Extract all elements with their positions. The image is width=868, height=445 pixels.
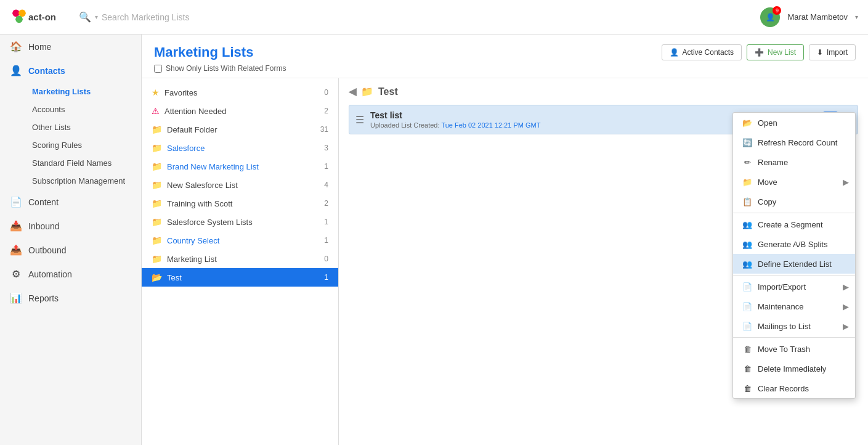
svg-text:act-on: act-on (28, 12, 56, 22)
sidebar-item-inbound[interactable]: 📥 Inbound (0, 214, 141, 238)
sidebar-item-reports[interactable]: 📊 Reports (0, 286, 141, 310)
avatar-badge: 9 (773, 6, 781, 15)
define-extended-icon: 👥 (742, 258, 753, 269)
ctx-item-move-to-trash[interactable]: 🗑 Move To Trash (733, 339, 855, 359)
ctx-item-refresh-record-count[interactable]: 🔄 Refresh Record Count (733, 133, 855, 152)
marketing-list-label: Marketing List (167, 255, 217, 264)
search-icon: 🔍 (79, 11, 91, 23)
sidebar-item-home-label: Home (28, 42, 51, 52)
ctx-separator-3 (733, 337, 855, 338)
main-content: Marketing Lists Show Only Lists With Rel… (142, 35, 868, 445)
sidebar: 🏠 Home 👤 Contacts Marketing Lists Accoun… (0, 35, 142, 445)
folder-header: ◀ 📁 Test (349, 86, 858, 97)
default-folder-count: 31 (316, 125, 328, 134)
list-item-sub-date: Tue Feb 02 2021 12:21 PM GMT (441, 121, 540, 129)
ctx-mailings-label: Mailings to List (758, 322, 811, 331)
list-item-attention[interactable]: ⚠ Attention Needed 2 (142, 102, 338, 120)
ctx-delete-immediately-label: Delete Immediately (758, 364, 826, 374)
ctx-item-generate-ab[interactable]: 👥 Generate A/B Splits (733, 234, 855, 254)
test-count: 1 (316, 273, 328, 282)
sidebar-item-home[interactable]: 🏠 Home (0, 35, 141, 59)
user-name[interactable]: Marat Mambetov (787, 12, 848, 22)
salesforce-count: 3 (316, 144, 328, 152)
folder-header-name: Test (378, 86, 398, 97)
ctx-item-import-export[interactable]: 📄 Import/Export ▶ (733, 277, 855, 296)
user-dropdown-arrow-icon[interactable]: ▾ (855, 14, 858, 20)
home-icon: 🏠 (10, 41, 22, 52)
ctx-item-delete-immediately[interactable]: 🗑 Delete Immediately (733, 359, 855, 378)
logo[interactable]: act-on (10, 6, 71, 28)
list-item-country-select[interactable]: 📁 Country Select 1 (142, 231, 338, 250)
folder-icon: 📁 (152, 235, 162, 245)
ctx-item-mailings-to-list[interactable]: 📄 Mailings to List ▶ (733, 316, 855, 336)
ctx-move-label: Move (758, 178, 777, 187)
top-right-area: 👤 9 Marat Mambetov ▾ (760, 7, 858, 27)
active-contacts-button[interactable]: 👤 Active Contacts (662, 44, 742, 60)
folder-icon: 📁 (152, 180, 162, 190)
avatar[interactable]: 👤 9 (760, 7, 780, 27)
list-item-test[interactable]: 📂 Test 1 (142, 268, 338, 287)
attention-count: 2 (316, 107, 328, 115)
import-icon: ⬇ (817, 48, 823, 57)
ctx-item-open[interactable]: 📂 Open (733, 113, 855, 133)
mailings-icon: 📄 (742, 320, 753, 332)
page-title-area: Marketing Lists Show Only Lists With Rel… (154, 44, 286, 73)
import-button[interactable]: ⬇ Import (809, 44, 856, 60)
brand-new-count: 1 (316, 162, 328, 171)
sidebar-item-automation-label: Automation (28, 269, 72, 279)
plus-icon: ➕ (755, 48, 764, 57)
new-list-button[interactable]: ➕ New List (747, 44, 804, 60)
list-item-default-folder[interactable]: 📁 Default Folder 31 (142, 120, 338, 139)
sidebar-sub-other-lists[interactable]: Other Lists (22, 118, 141, 136)
list-item-favorites[interactable]: ★ Favorites 0 (142, 83, 338, 102)
accounts-label: Accounts (32, 105, 65, 114)
open-folder-icon: 📂 (152, 272, 162, 282)
ctx-import-export-label: Import/Export (758, 282, 806, 292)
sidebar-item-content[interactable]: 📄 Content (0, 190, 141, 214)
top-nav: act-on 🔍 ▾ Search Marketing Lists 👤 9 Ma… (0, 0, 868, 35)
open-icon: 📂 (742, 117, 753, 128)
ctx-item-define-extended[interactable]: 👥 Define Extended List (733, 254, 855, 274)
sidebar-sub-standard-field-names[interactable]: Standard Field Names (22, 154, 141, 172)
ctx-item-maintenance[interactable]: 📄 Maintenance ▶ (733, 296, 855, 316)
search-bar[interactable]: 🔍 ▾ Search Marketing Lists (79, 11, 753, 23)
ctx-item-move[interactable]: 📁 Move ▶ (733, 172, 855, 192)
sidebar-item-automation[interactable]: ⚙ Automation (0, 262, 141, 286)
folder-icon: 📁 (152, 143, 162, 153)
list-item-brand-new[interactable]: 📁 Brand New Marketing List 1 (142, 157, 338, 176)
list-item-training[interactable]: 📁 Training with Scott 2 (142, 194, 338, 213)
list-item-new-salesforce[interactable]: 📁 New Salesforce List 4 (142, 176, 338, 194)
show-only-checkbox[interactable] (154, 65, 162, 73)
list-item-salesforce-system[interactable]: 📁 Salesforce System Lists 1 (142, 213, 338, 231)
svg-point-0 (12, 9, 20, 17)
training-count: 2 (316, 199, 328, 208)
ctx-item-rename[interactable]: ✏ Rename (733, 152, 855, 172)
ctx-item-create-segment[interactable]: 👥 Create a Segment (733, 214, 855, 234)
list-item-salesforce[interactable]: 📁 Salesforce 3 (142, 139, 338, 157)
country-select-count: 1 (316, 236, 328, 245)
ctx-item-clear-records[interactable]: 🗑 Clear Records (733, 378, 855, 398)
sidebar-item-outbound[interactable]: 📤 Outbound (0, 238, 141, 262)
maintenance-icon: 📄 (742, 301, 753, 312)
ctx-clear-records-label: Clear Records (758, 384, 809, 393)
active-contacts-icon: 👤 (670, 48, 679, 57)
sidebar-sub-subscription-management[interactable]: Subscription Management (22, 172, 141, 190)
ctx-define-extended-label: Define Extended List (758, 259, 832, 269)
sidebar-sub-marketing-lists[interactable]: Marketing Lists (22, 83, 141, 100)
sidebar-item-contacts[interactable]: 👤 Contacts (0, 59, 141, 83)
ctx-generate-ab-label: Generate A/B Splits (758, 240, 827, 249)
svg-point-2 (15, 15, 23, 23)
delete-icon: 🗑 (742, 363, 753, 374)
ctx-open-label: Open (758, 118, 777, 128)
ctx-separator (733, 213, 855, 213)
ctx-refresh-label: Refresh Record Count (758, 138, 837, 147)
list-item-marketing-list[interactable]: 📁 Marketing List 0 (142, 250, 338, 268)
ctx-separator-2 (733, 275, 855, 276)
sidebar-sub-scoring-rules[interactable]: Scoring Rules (22, 136, 141, 154)
folder-toggle-icon[interactable]: ◀ (349, 86, 356, 97)
svg-point-1 (18, 9, 26, 17)
new-list-label: New List (768, 48, 796, 57)
favorites-label: Favorites (164, 88, 197, 97)
ctx-item-copy[interactable]: 📋 Copy (733, 192, 855, 211)
sidebar-sub-accounts[interactable]: Accounts (22, 100, 141, 118)
